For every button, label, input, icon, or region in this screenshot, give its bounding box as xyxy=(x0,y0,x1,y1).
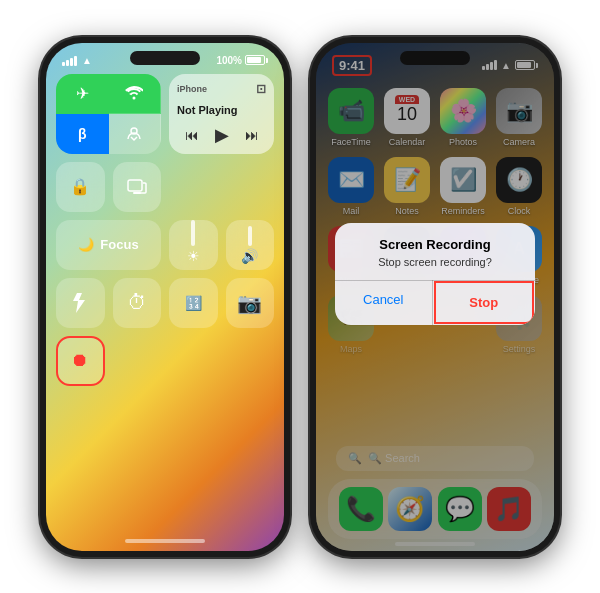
brightness-bar xyxy=(191,220,195,246)
airplane-mode-btn[interactable]: ✈ xyxy=(56,74,109,114)
brightness-slider[interactable]: ☀ xyxy=(169,220,218,270)
volume-icon: 🔊 xyxy=(241,248,258,264)
camera-btn[interactable]: 📷 xyxy=(226,278,275,328)
media-title: Not Playing xyxy=(177,104,266,116)
signal-bars-1 xyxy=(62,56,77,66)
dialog-overlay: Screen Recording Stop screen recording? … xyxy=(316,43,554,551)
signal-area-1: ▲ xyxy=(62,55,92,66)
dialog-title: Screen Recording xyxy=(335,223,535,256)
battery-tip-1 xyxy=(266,58,268,63)
volume-slider[interactable]: 🔊 xyxy=(226,220,275,270)
sun-icon: ☀ xyxy=(187,248,200,264)
moon-icon: 🌙 xyxy=(78,237,94,252)
media-app-label: iPhone xyxy=(177,84,207,94)
record-icon: ⏺ xyxy=(71,350,89,371)
cancel-button[interactable]: Cancel xyxy=(335,280,433,325)
torch-btn[interactable] xyxy=(56,278,105,328)
focus-label: Focus xyxy=(100,237,138,252)
volume-bar xyxy=(248,226,252,246)
control-center-grid: ✈ β xyxy=(56,74,274,386)
media-controls[interactable]: ⏮ ▶ ⏭ xyxy=(177,124,266,146)
media-player[interactable]: iPhone ⊡ Not Playing ⏮ ▶ ⏭ xyxy=(169,74,274,154)
airdrop-btn[interactable] xyxy=(109,114,162,154)
airplay-icon[interactable]: ⊡ xyxy=(256,82,266,96)
phone-2: 9:41 ▲ xyxy=(310,37,560,557)
bar4 xyxy=(74,56,77,66)
wifi-btn[interactable] xyxy=(109,74,162,114)
phone-1: ▲ 100% ✈ xyxy=(40,37,290,557)
prev-btn[interactable]: ⏮ xyxy=(185,127,199,143)
next-btn[interactable]: ⏭ xyxy=(245,127,259,143)
screen-recording-btn[interactable]: ⏺ xyxy=(56,336,105,386)
home-screen-bg: 9:41 ▲ xyxy=(316,43,554,551)
bar3 xyxy=(70,58,73,66)
timer-btn[interactable]: ⏱ xyxy=(113,278,162,328)
focus-btn[interactable]: 🌙 Focus xyxy=(56,220,161,270)
orientation-lock-btn[interactable]: 🔒 xyxy=(56,162,105,212)
dialog-buttons: Cancel Stop xyxy=(335,280,535,325)
phone-1-screen: ▲ 100% ✈ xyxy=(46,43,284,551)
svg-rect-1 xyxy=(128,180,142,191)
battery-1: 100% xyxy=(216,55,268,66)
screen-recording-dialog: Screen Recording Stop screen recording? … xyxy=(335,223,535,326)
control-center-bg: ▲ 100% ✈ xyxy=(46,43,284,551)
battery-body-1 xyxy=(245,55,265,65)
dialog-message: Stop screen recording? xyxy=(335,256,535,280)
bar1 xyxy=(62,62,65,66)
media-header: iPhone ⊡ xyxy=(177,82,266,96)
screen-mirror-btn[interactable] xyxy=(113,162,162,212)
home-indicator-1[interactable] xyxy=(125,539,205,543)
wifi-icon-1: ▲ xyxy=(82,55,92,66)
bar2 xyxy=(66,60,69,66)
stop-button[interactable]: Stop xyxy=(434,281,535,324)
battery-fill-1 xyxy=(247,57,261,63)
notch-1 xyxy=(130,51,200,65)
play-btn[interactable]: ▶ xyxy=(215,124,229,146)
bluetooth-btn[interactable]: β xyxy=(56,114,109,154)
connectivity-block[interactable]: ✈ β xyxy=(56,74,161,154)
phone-2-screen: 9:41 ▲ xyxy=(316,43,554,551)
calculator-btn[interactable]: 🔢 xyxy=(169,278,218,328)
battery-label-1: 100% xyxy=(216,55,242,66)
